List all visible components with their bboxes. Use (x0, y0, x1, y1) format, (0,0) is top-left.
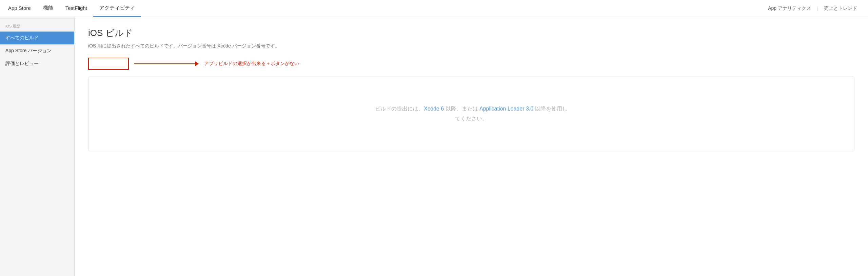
annotation-area: アプリビルドの選択が出来る＋ボタンがない (88, 58, 854, 70)
nav-app-store[interactable]: App Store (7, 0, 37, 17)
xcode-link[interactable]: Xcode 6 (424, 106, 444, 112)
top-navigation: App Store 機能 TestFlight アクティビティ App アナリテ… (0, 0, 868, 17)
empty-state-middle: 以降、または (444, 106, 479, 112)
page-description: iOS 用に提出されたすべてのビルドです。バージョン番号は Xcode バージョ… (88, 42, 854, 50)
page-title: iOS ビルド (88, 27, 854, 39)
main-layout: iOS 履歴 すべてのビルド App Store バージョン 評価とレビュー i… (0, 17, 868, 276)
sidebar-section-label: iOS 履歴 (0, 24, 74, 32)
arrow-shaft (134, 63, 195, 64)
annotation-text: アプリビルドの選択が出来る＋ボタンがない (204, 61, 299, 67)
sidebar-item-all-builds[interactable]: すべてのビルド (0, 32, 74, 44)
content-panel: ビルドの提出には、Xcode 6 以降、または Application Load… (88, 77, 854, 151)
sidebar-item-appstore-version[interactable]: App Store バージョン (0, 44, 74, 57)
arrow-line (134, 61, 199, 66)
empty-state-prefix: ビルドの提出には、 (375, 106, 424, 112)
nav-divider: ｜ (815, 5, 820, 12)
nav-sales-trends[interactable]: 売上とトレンド (820, 5, 861, 12)
empty-state-message: ビルドの提出には、Xcode 6 以降、または Application Load… (353, 91, 590, 137)
main-content: iOS ビルド iOS 用に提出されたすべてのビルドです。バージョン番号は Xc… (75, 17, 868, 276)
nav-app-analytics[interactable]: App アナリティクス (764, 5, 815, 12)
sidebar: iOS 履歴 すべてのビルド App Store バージョン 評価とレビュー (0, 17, 75, 276)
top-nav-left: App Store 機能 TestFlight アクティビティ (7, 0, 141, 17)
application-loader-link[interactable]: Application Loader 3.0 (479, 106, 533, 112)
nav-activity[interactable]: アクティビティ (93, 0, 141, 17)
nav-features[interactable]: 機能 (37, 0, 59, 17)
annotated-box (88, 58, 129, 70)
arrow-head-right (195, 61, 199, 66)
nav-testflight[interactable]: TestFlight (59, 0, 93, 17)
sidebar-item-ratings-reviews[interactable]: 評価とレビュー (0, 57, 74, 70)
top-nav-right: App アナリティクス ｜ 売上とトレンド (764, 5, 861, 12)
